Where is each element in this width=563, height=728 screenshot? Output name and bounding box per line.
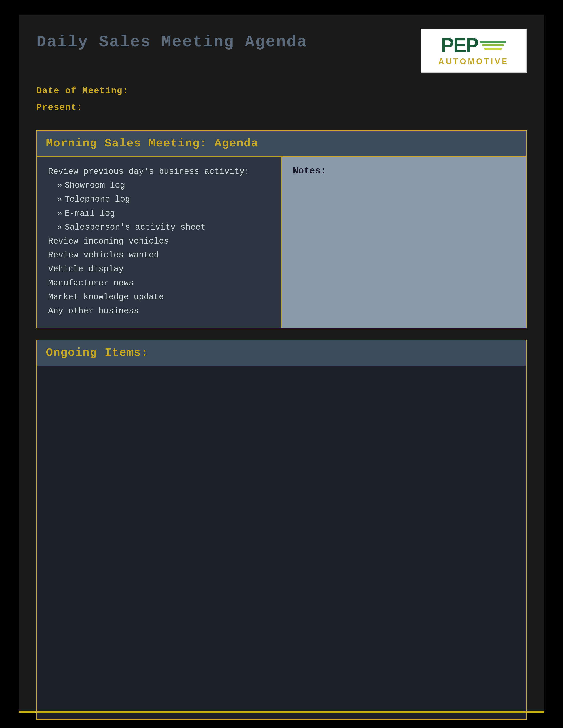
header-section: Daily Sales Meeting Agenda PEP AUTOMOTIV… <box>36 29 527 73</box>
logo-box: PEP AUTOMOTIVE <box>421 29 527 73</box>
page-container: Daily Sales Meeting Agenda PEP AUTOMOTIV… <box>19 15 544 713</box>
morning-right-column: Notes: <box>282 157 526 328</box>
ongoing-section: Ongoing Items: <box>36 340 527 720</box>
logo-text: PEP <box>441 35 478 55</box>
morning-section: Morning Sales Meeting: Agenda Review pre… <box>36 130 527 328</box>
ongoing-header: Ongoing Items: <box>37 340 526 366</box>
salesperson-activity-item: »Salesperson's activity sheet <box>48 221 270 233</box>
review-vehicles-wanted: Review vehicles wanted <box>48 249 270 261</box>
logo-automotive-text: AUTOMOTIVE <box>438 57 509 66</box>
market-knowledge-update: Market knowledge update <box>48 291 270 303</box>
page-title: Daily Sales Meeting Agenda <box>36 33 307 51</box>
ongoing-body <box>37 366 526 719</box>
morning-section-body: Review previous day's business activity:… <box>37 157 526 328</box>
email-log-item: »E-mail log <box>48 208 270 219</box>
review-incoming-vehicles: Review incoming vehicles <box>48 235 270 247</box>
bullet-arrow-3: » <box>57 209 62 218</box>
bullet-arrow-2: » <box>57 195 62 204</box>
bullet-arrow-4: » <box>57 223 62 232</box>
vehicle-display: Vehicle display <box>48 263 270 275</box>
morning-section-header: Morning Sales Meeting: Agenda <box>37 131 526 157</box>
ongoing-title: Ongoing Items: <box>46 346 148 359</box>
bullet-arrow-1: » <box>57 181 62 190</box>
logo-pep: PEP <box>441 35 506 55</box>
showroom-log-item: »Showroom log <box>48 180 270 191</box>
logo-waves <box>480 41 506 50</box>
review-intro: Review previous day's business activity: <box>48 166 270 177</box>
morning-left-column: Review previous day's business activity:… <box>37 157 282 328</box>
bottom-gold-line <box>19 711 544 713</box>
wave-line-2 <box>482 44 504 46</box>
any-other-business: Any other business <box>48 305 270 317</box>
manufacturer-news: Manufacturer news <box>48 277 270 289</box>
morning-section-title: Morning Sales Meeting: Agenda <box>46 137 258 150</box>
date-label: Date of Meeting: <box>36 86 527 96</box>
page-title-wrapper: Daily Sales Meeting Agenda <box>36 29 307 51</box>
present-label: Present: <box>36 103 527 113</box>
meta-section: Date of Meeting: Present: <box>36 86 527 113</box>
wave-line-1 <box>480 41 506 43</box>
wave-line-3 <box>484 48 502 50</box>
notes-label: Notes: <box>293 166 515 176</box>
telephone-log-item: »Telephone log <box>48 193 270 205</box>
